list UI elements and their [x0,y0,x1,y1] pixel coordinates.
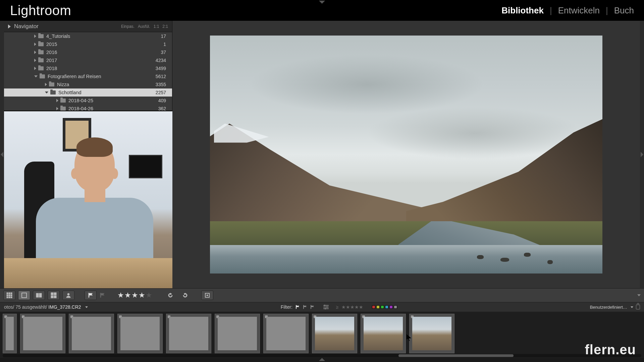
color-label-swatch[interactable] [381,305,384,309]
folder-row[interactable]: Schottland2257 [4,88,172,97]
disclosure-closed-icon[interactable] [34,43,36,46]
flag-reject-button[interactable] [99,291,105,300]
disclosure-closed-icon[interactable] [56,107,58,110]
filter-flag-pick-icon[interactable] [295,305,300,309]
scrollbar-handle[interactable] [398,354,514,357]
folder-row[interactable]: 201637 [4,48,172,56]
folder-row[interactable]: 2018-04-25409 [4,97,172,105]
disclosure-open-icon[interactable] [34,75,38,77]
sync-button[interactable] [201,291,213,300]
preview-area[interactable] [172,21,640,288]
folder-row[interactable]: Fotografieren auf Reisen5612 [4,72,172,80]
folder-count: 4234 [156,58,166,63]
breadcrumb[interactable]: otos/ 75 ausgewählt/ IMG_3728.CR2 [4,304,81,310]
folder-label: 2018 [46,66,57,71]
disclosure-open-icon[interactable] [45,92,48,94]
module-book[interactable]: Buch [614,5,634,16]
grid-view-button[interactable] [3,291,15,300]
star-icon[interactable]: ★ [146,291,152,300]
flag-pick-button[interactable] [85,291,97,300]
filter-lock-icon[interactable] [636,305,640,309]
star-icon[interactable]: ★ [139,291,145,300]
survey-view-button[interactable] [48,291,60,300]
svg-point-18 [207,295,208,296]
filmstrip-thumbnail[interactable] [409,314,454,353]
module-library[interactable]: Bibliothek [501,5,544,16]
folder-label: 2016 [46,50,57,55]
filter-star-icon[interactable]: ★ [346,304,350,310]
folder-icon [38,42,44,46]
color-label-swatch[interactable] [389,305,393,309]
module-develop[interactable]: Entwickeln [558,5,600,16]
folder-row[interactable]: Nizza3355 [4,80,172,88]
color-label-swatch[interactable] [394,305,397,309]
filmstrip-thumbnail[interactable] [69,314,114,353]
navigator-header[interactable]: Navigator Einpas. Ausfül. 1:1 2:1 [4,21,172,32]
rotate-cw-button[interactable] [179,291,191,300]
folder-label: 2018-04-25 [68,98,93,103]
svg-rect-13 [54,293,56,295]
folder-label: Fotografieren auf Reisen [48,74,101,79]
watermark: flern.eu [585,342,636,357]
color-label-swatch[interactable] [372,305,375,309]
zoom-2-1[interactable]: 2:1 [162,24,168,29]
filter-rating-op[interactable]: ≥ [336,304,339,310]
disclosure-closed-icon[interactable] [34,67,36,70]
filmstrip-thumbnail[interactable] [263,314,309,353]
filter-color-labels[interactable] [372,305,397,309]
folder-row[interactable]: 20183499 [4,64,172,72]
filter-settings-icon[interactable] [323,305,329,309]
right-edge-expand[interactable] [640,21,644,288]
svg-rect-0 [7,293,8,294]
folder-icon [40,74,45,78]
folder-row[interactable]: 4_Tutorials17 [4,32,172,40]
star-icon[interactable]: ★ [131,291,138,300]
folder-row[interactable]: 20151 [4,40,172,48]
filmstrip-thumbnail[interactable] [215,314,260,353]
toolbar-options-icon[interactable] [637,294,641,296]
color-label-swatch[interactable] [385,305,388,309]
color-label-swatch[interactable] [376,305,380,309]
folder-count: 1 [163,42,166,47]
star-icon[interactable]: ★ [124,291,131,300]
filmstrip[interactable] [0,312,644,358]
compare-view-button[interactable] [33,291,45,300]
filter-flag-reject-icon[interactable] [310,305,315,309]
left-edge-expand[interactable] [0,21,4,288]
filmstrip-thumbnail[interactable] [312,314,357,353]
filmstrip-thumbnail[interactable] [361,314,406,353]
filter-preset[interactable]: Benutzerdefiniert… [590,305,627,310]
module-separator: | [606,5,608,16]
filter-star-icon[interactable]: ★ [350,304,355,310]
folder-icon [38,58,44,62]
filter-star-icon[interactable]: ★ [341,304,346,310]
disclosure-closed-icon[interactable] [56,99,58,102]
zoom-fit[interactable]: Einpas. [121,24,135,29]
svg-point-16 [67,293,69,295]
rotate-ccw-button[interactable] [164,291,176,300]
filmstrip-thumbnail[interactable] [166,314,211,353]
people-view-button[interactable] [62,291,74,300]
filmstrip-thumbnail[interactable] [117,314,163,353]
filter-flag-none-icon[interactable] [303,305,307,309]
filmstrip-scrollbar[interactable] [3,354,641,357]
disclosure-closed-icon[interactable] [34,59,36,62]
filmstrip-thumbnail[interactable] [20,314,65,353]
chevron-down-icon[interactable] [85,306,88,308]
zoom-fill[interactable]: Ausfül. [138,24,150,29]
disclosure-closed-icon[interactable] [34,35,36,38]
filter-star-icon[interactable]: ★ [359,304,363,310]
disclosure-closed-icon[interactable] [34,51,36,54]
folder-row[interactable]: 20174234 [4,56,172,64]
filmstrip-thumbnail[interactable] [3,314,17,353]
star-icon[interactable]: ★ [117,291,124,300]
panel-collapse-top-icon[interactable] [319,1,325,4]
loupe-view-button[interactable] [18,291,30,300]
rating-stars[interactable]: ★★★★★ [117,291,152,300]
disclosure-closed-icon[interactable] [45,83,47,86]
svg-rect-1 [9,293,10,294]
filter-star-icon[interactable]: ★ [355,304,359,310]
zoom-1-1[interactable]: 1:1 [154,24,159,29]
chevron-down-icon[interactable] [631,306,633,308]
panel-collapse-bottom-icon[interactable] [0,358,644,362]
